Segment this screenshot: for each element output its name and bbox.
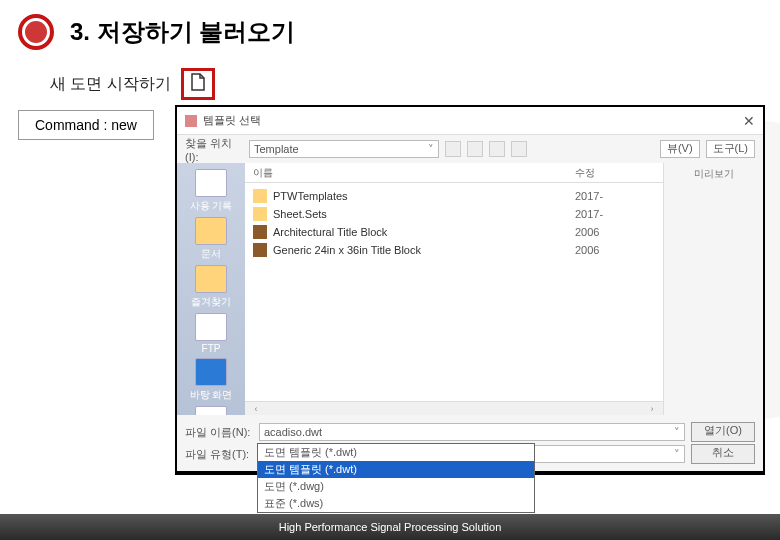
cancel-button[interactable]: 취소 xyxy=(691,444,755,464)
sidebar-item-desktop[interactable]: 바탕 화면 xyxy=(181,358,241,402)
brand-logo-icon xyxy=(18,14,54,50)
close-icon[interactable]: ✕ xyxy=(743,113,755,129)
filename-label: 파일 이름(N): xyxy=(185,425,253,440)
footer-text: High Performance Signal Processing Solut… xyxy=(279,521,502,533)
preview-pane: 미리보기 xyxy=(663,163,763,415)
sidebar-item-documents[interactable]: 문서 xyxy=(181,217,241,261)
lookin-combo[interactable]: Template xyxy=(249,140,439,158)
view-menu-button[interactable]: 뷰(V) xyxy=(660,140,700,158)
tool-menu-button[interactable]: 도구(L) xyxy=(706,140,755,158)
sidebar-item-history[interactable]: 사용 기록 xyxy=(181,169,241,213)
new-file-icon xyxy=(190,73,206,91)
back-icon[interactable] xyxy=(445,141,461,157)
horizontal-scrollbar[interactable]: ‹› xyxy=(245,401,663,415)
list-item[interactable]: Architectural Title Block2006 xyxy=(253,223,655,241)
footer-bar: High Performance Signal Processing Solut… xyxy=(0,514,780,540)
col-modified[interactable]: 수정 xyxy=(575,166,655,180)
subhead-text: 새 도면 시작하기 xyxy=(50,74,171,95)
filetype-option[interactable]: 도면 (*.dwg) xyxy=(258,478,534,495)
new-file-icon-box xyxy=(181,68,215,100)
open-button[interactable]: 열기(O) xyxy=(691,422,755,442)
col-name[interactable]: 이름 xyxy=(253,166,575,180)
delete-icon[interactable] xyxy=(511,141,527,157)
filename-input[interactable]: acadiso.dwt xyxy=(259,423,685,441)
search-icon[interactable] xyxy=(489,141,505,157)
places-sidebar: 사용 기록 문서 즐겨찾기 FTP 바탕 화면 Buzzsaw xyxy=(177,163,245,415)
file-list-header: 이름 수정 xyxy=(245,163,663,183)
filetype-option[interactable]: 도면 템플릿 (*.dwt) xyxy=(258,461,534,478)
list-item[interactable]: Generic 24in x 36in Title Block2006 xyxy=(253,241,655,259)
filetype-dropdown: 도면 템플릿 (*.dwt) 도면 템플릿 (*.dwt) 도면 (*.dwg)… xyxy=(257,443,535,513)
dialog-titlebar: 템플릿 선택 ✕ xyxy=(177,107,763,135)
file-dialog-window: 템플릿 선택 ✕ 찾을 위치(I): Template 뷰(V) 도구(L) 사… xyxy=(175,105,765,475)
filetype-label: 파일 유형(T): xyxy=(185,447,253,462)
up-icon[interactable] xyxy=(467,141,483,157)
dialog-title: 템플릿 선택 xyxy=(203,113,743,128)
lookin-label: 찾을 위치(I): xyxy=(185,136,243,163)
list-item[interactable]: PTWTemplates2017- xyxy=(253,187,655,205)
sidebar-item-favorites[interactable]: 즐겨찾기 xyxy=(181,265,241,309)
dialog-app-icon xyxy=(185,115,197,127)
page-title: 3. 저장하기 불러오기 xyxy=(70,16,295,48)
command-box: Command : new xyxy=(18,110,154,140)
sidebar-item-ftp[interactable]: FTP xyxy=(181,313,241,354)
list-item[interactable]: Sheet.Sets2017- xyxy=(253,205,655,223)
filetype-option[interactable]: 표준 (*.dws) xyxy=(258,495,534,512)
filetype-option[interactable]: 도면 템플릿 (*.dwt) xyxy=(258,444,534,461)
file-list: PTWTemplates2017- Sheet.Sets2017- Archit… xyxy=(245,183,663,401)
